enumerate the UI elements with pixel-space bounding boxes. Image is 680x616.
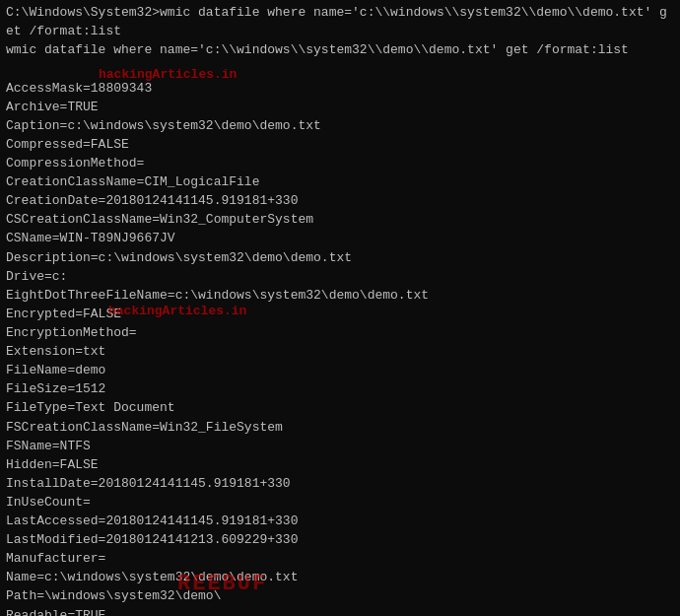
output-line: Encrypted=FALSE bbox=[6, 305, 674, 323]
watermark-reebuf: REEBUF bbox=[177, 572, 267, 596]
prompt-1: C:\Windows\System32> bbox=[6, 5, 160, 20]
terminal-window: C:\Windows\System32>wmic datafile where … bbox=[0, 0, 680, 616]
output-line: InstallDate=20180124141145.919181+330 bbox=[6, 474, 674, 493]
output-line: Path=\windows\system32\demo\ bbox=[6, 586, 674, 605]
output-line: Hidden=FALSE bbox=[6, 455, 674, 474]
output-line: Name=c:\windows\system32\demo\demo.txt bbox=[6, 568, 674, 586]
output-line: InUseCount= bbox=[6, 493, 674, 512]
output-line: Description=c:\windows\system32\demo\dem… bbox=[6, 248, 674, 267]
output-line: CSName=WIN-T89NJ9667JV bbox=[6, 229, 674, 247]
output-line: LastModified=20180124141213.609229+330 bbox=[6, 530, 674, 549]
output-line: Caption=c:\windows\system32\demo\demo.tx… bbox=[6, 116, 674, 135]
output-line: LastAccessed=20180124141145.919181+330 bbox=[6, 512, 674, 530]
output-line: FSCreationClassName=Win32_FileSystem bbox=[6, 418, 674, 437]
output-line: Readable=TRUE bbox=[6, 606, 674, 616]
output-line: CreationDate=20180124141145.919181+330 bbox=[6, 191, 674, 210]
output-line: FileType=Text Document bbox=[6, 398, 674, 417]
command-line-2: wmic datafile where name='c:\\windows\\s… bbox=[6, 41, 674, 60]
output-line: CreationClassName=CIM_LogicalFile bbox=[6, 172, 674, 191]
output-line: Drive=c: bbox=[6, 267, 674, 286]
output-line: EightDotThreeFileName=c:\windows\system3… bbox=[6, 286, 674, 305]
output-line: Compressed=FALSE bbox=[6, 135, 674, 154]
watermark-1: hackingArticles.in bbox=[99, 67, 237, 82]
watermark-2: hackingArticles.in bbox=[108, 304, 246, 318]
output-line: CSCreationClassName=Win32_ComputerSystem bbox=[6, 210, 674, 229]
output-line: Archive=TRUE bbox=[6, 98, 674, 116]
output-line: Extension=txt bbox=[6, 342, 674, 361]
output-line: Manufacturer= bbox=[6, 549, 674, 568]
output-line: CompressionMethod= bbox=[6, 154, 674, 172]
output-line: FSName=NTFS bbox=[6, 437, 674, 455]
output-line: FileSize=1512 bbox=[6, 379, 674, 398]
output-line: EncryptionMethod= bbox=[6, 323, 674, 342]
command-text-2: wmic datafile where name='c:\\windows\\s… bbox=[6, 42, 629, 57]
command-line-1: C:\Windows\System32>wmic datafile where … bbox=[6, 4, 674, 41]
output-container: AccessMask=18809343Archive=TRUECaption=c… bbox=[6, 79, 674, 616]
output-line: FileName=demo bbox=[6, 361, 674, 379]
